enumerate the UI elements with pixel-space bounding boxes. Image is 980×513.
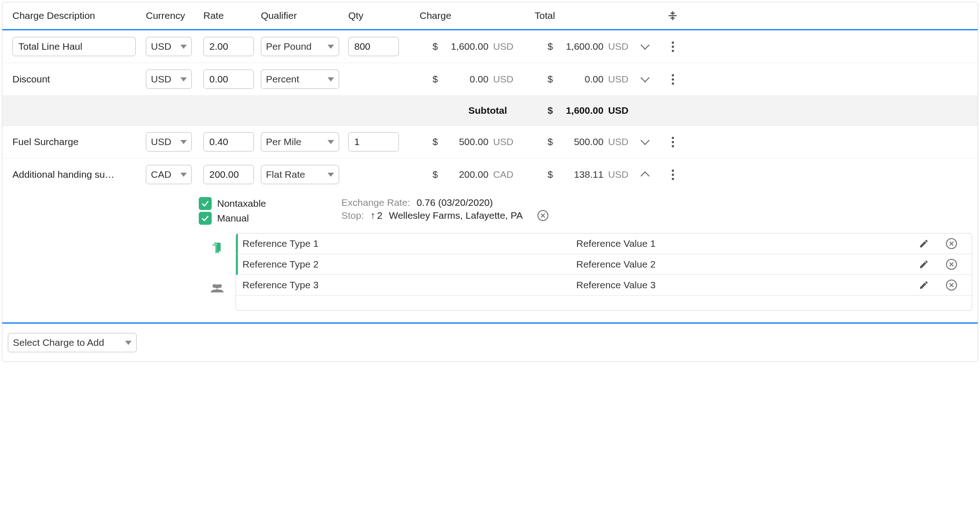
charge-value: $ 500.00 USD — [401, 136, 516, 147]
charge-row: Additional handing su… CAD Flat Rate $ 2… — [2, 158, 978, 191]
rate-input[interactable] — [203, 70, 254, 89]
reference-value: Reference Value 1 — [576, 238, 911, 249]
reference-value: Reference Value 2 — [576, 259, 911, 270]
reference-list: Reference Type 1 Reference Value 1 Refer… — [236, 233, 972, 311]
more-vertical-icon — [672, 137, 674, 147]
qualifier-value: Per Mile — [266, 136, 301, 147]
reference-row-empty — [236, 296, 972, 310]
edit-reference-button[interactable] — [910, 280, 938, 290]
currency-select[interactable]: USD — [146, 37, 192, 56]
pencil-icon — [919, 259, 929, 269]
subtotal-label: Subtotal — [401, 105, 516, 116]
more-actions-button[interactable] — [659, 132, 686, 152]
caret-down-icon — [328, 77, 334, 82]
more-actions-button[interactable] — [659, 37, 686, 56]
qualifier-select[interactable]: Per Pound — [261, 37, 339, 56]
references-icon[interactable] — [210, 240, 224, 257]
caret-down-icon — [180, 77, 187, 82]
close-circle-icon — [946, 259, 957, 270]
rate-input[interactable] — [203, 132, 254, 152]
delete-reference-button[interactable] — [938, 259, 965, 270]
subtotal-value: $ 1,600.00 USD — [516, 105, 631, 116]
qty-input[interactable] — [348, 37, 399, 56]
delete-reference-button[interactable] — [938, 238, 965, 249]
expand-button[interactable] — [631, 37, 659, 56]
nontaxable-checkbox-row[interactable]: Nontaxable — [199, 197, 341, 210]
currency-select[interactable]: USD — [146, 70, 192, 89]
col-rate: Rate — [199, 10, 256, 21]
more-actions-button[interactable] — [659, 165, 686, 184]
edit-reference-button[interactable] — [910, 239, 938, 249]
more-vertical-icon — [672, 41, 674, 52]
qualifier-value: Per Pound — [266, 41, 311, 52]
currency-select[interactable]: USD — [146, 132, 192, 152]
pencil-icon — [919, 239, 929, 249]
close-icon — [540, 213, 546, 218]
more-actions-button[interactable] — [659, 70, 686, 89]
qualifier-select[interactable]: Percent — [261, 70, 339, 89]
currency-value: USD — [151, 74, 171, 85]
reference-value: Reference Value 3 — [576, 280, 911, 291]
caret-down-icon — [180, 45, 187, 49]
more-vertical-icon — [672, 169, 674, 180]
qty-input[interactable] — [348, 132, 399, 152]
col-qty: Qty — [344, 10, 401, 21]
col-qualifier: Qualifier — [256, 10, 344, 21]
currency-value: USD — [151, 136, 171, 147]
svg-point-5 — [215, 285, 219, 289]
add-charge-select[interactable]: Select Charge to Add — [8, 333, 137, 352]
exchange-rate-label: Exchange Rate: — [341, 197, 410, 208]
pencil-icon — [919, 280, 929, 290]
reference-row: Reference Type 2 Reference Value 2 — [236, 254, 972, 275]
table-header: Charge Description Currency Rate Qualifi… — [2, 2, 978, 30]
reference-type: Reference Type 3 — [242, 280, 576, 291]
rate-input[interactable] — [203, 165, 254, 184]
expand-button[interactable] — [631, 132, 659, 152]
charge-value: $ 0.00 USD — [401, 74, 516, 85]
expand-button[interactable] — [631, 70, 659, 89]
col-currency: Currency — [141, 10, 199, 21]
subtotal-row: Subtotal $ 1,600.00 USD — [2, 96, 978, 126]
manual-checkbox-row[interactable]: Manual — [199, 212, 341, 225]
checkbox-checked-icon — [199, 212, 212, 225]
currency-select[interactable]: CAD — [146, 165, 192, 184]
chevron-down-icon — [640, 136, 650, 145]
col-total: Total — [516, 10, 631, 21]
caret-down-icon — [328, 173, 334, 177]
rate-input[interactable] — [203, 37, 254, 56]
collapse-all-button[interactable] — [659, 10, 686, 22]
caret-down-icon — [125, 341, 132, 345]
total-value: $ 500.00 USD — [516, 136, 631, 147]
caret-down-icon — [180, 140, 187, 144]
nontaxable-label: Nontaxable — [217, 198, 266, 209]
collapse-all-icon — [667, 10, 679, 22]
qualifier-select[interactable]: Per Mile — [261, 132, 339, 152]
description-label: Additional handing su… — [8, 169, 141, 180]
stop-label: Stop: — [341, 210, 364, 221]
total-value: $ 138.11 USD — [516, 169, 631, 180]
table-footer: Select Charge to Add — [2, 322, 978, 361]
charges-table: Charge Description Currency Rate Qualifi… — [2, 2, 978, 362]
delete-reference-button[interactable] — [938, 280, 965, 291]
edit-reference-button[interactable] — [910, 259, 938, 269]
caret-down-icon — [328, 45, 334, 49]
arrow-up-icon: ↑ — [370, 210, 375, 221]
currency-value: CAD — [151, 169, 171, 180]
col-description: Charge Description — [8, 10, 141, 21]
chevron-up-icon — [640, 171, 650, 181]
reference-row: Reference Type 3 Reference Value 3 — [236, 275, 972, 296]
caret-down-icon — [180, 173, 187, 177]
close-circle-icon — [946, 280, 957, 291]
checkbox-checked-icon — [199, 197, 212, 210]
caret-down-icon — [328, 140, 334, 144]
close-circle-icon — [946, 238, 957, 249]
description-input[interactable] — [12, 37, 136, 56]
reference-row: Reference Type 1 Reference Value 1 — [236, 233, 972, 254]
qualifier-select[interactable]: Flat Rate — [261, 165, 339, 184]
qualifier-value: Flat Rate — [266, 169, 305, 180]
collapse-button[interactable] — [631, 165, 659, 184]
stop-location: Wellesley Farms, Lafayette, PA — [389, 210, 523, 221]
charge-row: Fuel Surcharge USD Per Mile $ 500.00 USD… — [2, 126, 978, 158]
contacts-icon[interactable] — [210, 282, 225, 297]
clear-stop-button[interactable] — [537, 210, 548, 221]
